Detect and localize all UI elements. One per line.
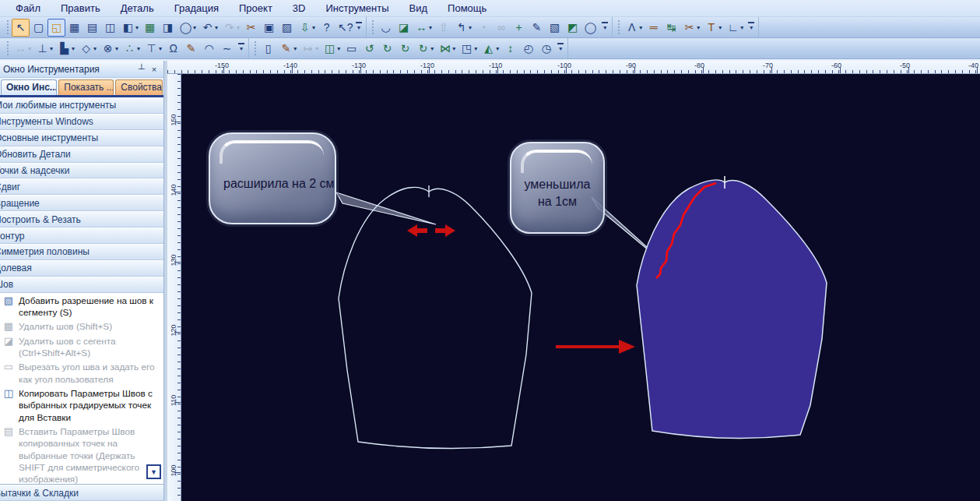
tools-scroll-down-button[interactable]: ▼ — [146, 464, 161, 479]
seam-tool-item[interactable]: ◫ Копировать Параметры Швов с выбранных … — [2, 388, 162, 424]
menu-item[interactable]: Градация — [165, 1, 228, 16]
merge-layers-button[interactable]: ◩ — [564, 19, 581, 37]
perpendicular-point-button[interactable]: ⊥▾ — [33, 40, 55, 58]
copy-button[interactable]: ▣ — [260, 19, 278, 37]
circle-tool-button[interactable]: ◯ — [581, 19, 599, 37]
category-item[interactable]: Сдвиг — [0, 178, 163, 195]
menu-item[interactable]: Файл — [6, 1, 50, 16]
reroute-path-button[interactable]: ↰▾ — [452, 19, 474, 37]
curve-graph-button[interactable]: ◡ — [377, 19, 395, 37]
dropdown-arrow-icon[interactable]: ▾ — [237, 24, 240, 31]
dropdown-arrow-icon[interactable]: ▾ — [137, 45, 140, 52]
dropdown-arrow-icon[interactable]: ▾ — [115, 45, 118, 52]
export-excel-button[interactable]: ▦ — [141, 19, 159, 37]
dropdown-arrow-icon[interactable]: ▾ — [430, 45, 434, 52]
menu-item[interactable]: Деталь — [111, 1, 163, 16]
seam-tool-item[interactable]: ▤ Вставить Параметры Швов копированных т… — [2, 426, 162, 484]
scatter-points-button[interactable]: ∴▾ — [121, 40, 142, 58]
cut-button[interactable]: ✂ — [242, 19, 260, 37]
toolbar-drag-handle[interactable] — [616, 20, 620, 34]
rotate-ccw-button[interactable]: ↺ — [360, 40, 378, 58]
dropdown-arrow-icon[interactable]: ▾ — [452, 45, 455, 52]
dropdown-arrow-icon[interactable]: ▾ — [293, 45, 297, 52]
price-tags-button[interactable]: ◨ — [159, 19, 177, 37]
category-item[interactable]: Вытачки & Складки — [0, 485, 163, 501]
dropdown-arrow-icon[interactable]: ▾ — [193, 24, 196, 31]
frame-select-button[interactable]: ▭ — [342, 40, 360, 58]
toolbar-drag-handle[interactable] — [371, 20, 374, 34]
panel-tab[interactable]: Окно Инс... — [1, 79, 57, 95]
seam-tool-item[interactable]: ▩ Удалить шов (Shift+S) — [2, 321, 162, 333]
measure-ruler-button[interactable]: ═ — [645, 19, 662, 37]
dropdown-arrow-icon[interactable]: ▾ — [312, 24, 315, 31]
help-button[interactable]: ? — [318, 19, 335, 37]
dropdown-arrow-icon[interactable]: ▾ — [72, 45, 75, 52]
dropdown-arrow-icon[interactable]: ▾ — [93, 45, 97, 52]
toolbar-drag-handle[interactable] — [5, 41, 9, 55]
pin-icon[interactable]: ┬ — [135, 65, 148, 74]
toolbar-drag-handle[interactable] — [5, 20, 9, 34]
dropdown-arrow-icon[interactable]: ▾ — [215, 24, 218, 31]
insert-axis-point-button[interactable]: + — [510, 19, 528, 37]
category-item[interactable]: Симметрия половины — [0, 244, 163, 260]
context-help-button[interactable]: ↖? — [335, 19, 353, 37]
pin-tool-button[interactable]: ⊤▾ — [142, 40, 164, 58]
seam-tool-item[interactable]: ◪ Удалить шов с сегента (Ctrl+Shift+Alt+… — [2, 336, 162, 360]
dropdown-arrow-icon[interactable]: ▾ — [28, 45, 31, 52]
rotate-segment-button[interactable]: ↻▾ — [414, 40, 436, 58]
pen-curve-button[interactable]: ✎ — [182, 40, 200, 58]
s-curve-button[interactable]: Ω — [164, 40, 182, 58]
rotate-by-angle-button[interactable]: ↻ — [396, 40, 414, 58]
dropdown-arrow-icon[interactable]: ▾ — [315, 45, 318, 52]
open-file-button[interactable]: ◱ — [47, 19, 65, 37]
menu-item[interactable]: 3D — [283, 1, 315, 16]
mirror-flip-button[interactable]: ⋈▾ — [436, 40, 458, 58]
select-cursor-button[interactable]: ↖ — [12, 19, 30, 37]
category-item[interactable]: Основные инструменты — [0, 130, 163, 146]
category-item[interactable]: Долевая — [0, 260, 163, 277]
rotate-cw-button[interactable]: ↻ — [378, 40, 396, 58]
delete-point-button[interactable]: ⊗▾ — [99, 40, 121, 58]
seam-tool-item[interactable]: ▭ Вырезать угол шва и задать его как уго… — [2, 362, 162, 386]
copy-shape-button[interactable]: ◫▾ — [321, 40, 342, 58]
toolbar-overflow-button[interactable]: ▾ — [602, 22, 608, 33]
undo-button[interactable]: ↶▾ — [198, 19, 220, 37]
dropdown-arrow-icon[interactable]: ▾ — [337, 45, 340, 52]
import-piece-button[interactable]: ⇩▾ — [296, 19, 318, 37]
menu-item[interactable]: Помощь — [438, 1, 496, 16]
toolbar-overflow-button[interactable]: ▾ — [748, 22, 754, 33]
dropdown-arrow-icon[interactable]: ▾ — [135, 24, 139, 31]
move-vertical-button[interactable]: ↕ — [501, 40, 519, 58]
dropdown-arrow-icon[interactable]: ▾ — [474, 45, 477, 52]
menu-item[interactable]: Вид — [400, 1, 437, 16]
hammer-tool-button[interactable]: T▾ — [702, 19, 724, 37]
toolbar-overflow-button[interactable]: ▾ — [356, 22, 362, 33]
category-item[interactable]: Точки & надсечки — [0, 163, 163, 179]
page-layout-button[interactable]: ◧▾ — [119, 19, 141, 37]
print-preview-button[interactable]: ◫ — [101, 19, 119, 37]
cut-pattern-button[interactable]: ✂▾ — [680, 19, 702, 37]
toolbar-overflow-button[interactable]: ▾ — [238, 43, 244, 54]
select-region-button[interactable]: ▧ — [546, 19, 564, 37]
close-icon[interactable]: × — [148, 65, 160, 74]
fold-corner-button[interactable]: ◳▾ — [458, 40, 479, 58]
toolbar-overflow-button[interactable]: ▾ — [557, 43, 564, 54]
dropdown-arrow-icon[interactable]: ▾ — [697, 24, 700, 31]
category-item[interactable]: Инструменты Windows — [0, 114, 163, 130]
swap-pattern-button[interactable]: ↹ — [662, 19, 680, 37]
sleeve-pattern-modified[interactable] — [637, 180, 827, 439]
rotate-page-left-button[interactable]: ◴ — [519, 40, 537, 58]
sleeve-pattern-original[interactable] — [339, 187, 532, 448]
category-item[interactable]: Вращение — [0, 195, 163, 211]
print-button[interactable]: ▤ — [83, 19, 101, 37]
dropdown-arrow-icon[interactable]: ▾ — [159, 45, 162, 52]
category-item[interactable]: Шов — [0, 277, 163, 293]
dropdown-arrow-icon[interactable]: ▾ — [429, 24, 432, 31]
delete-object-button[interactable]: ▯ — [259, 40, 277, 58]
fountain-pen-button[interactable]: ✎▾ — [277, 40, 299, 58]
measure-stretch-button[interactable]: ↔▾ — [413, 19, 434, 37]
mirror-vertical-button[interactable]: ◭▾ — [479, 40, 501, 58]
fabric-swatch-button[interactable]: ◪ — [395, 19, 413, 37]
brush-tool-button[interactable]: ✎ — [528, 19, 546, 37]
toolbar-drag-handle[interactable] — [253, 41, 257, 55]
